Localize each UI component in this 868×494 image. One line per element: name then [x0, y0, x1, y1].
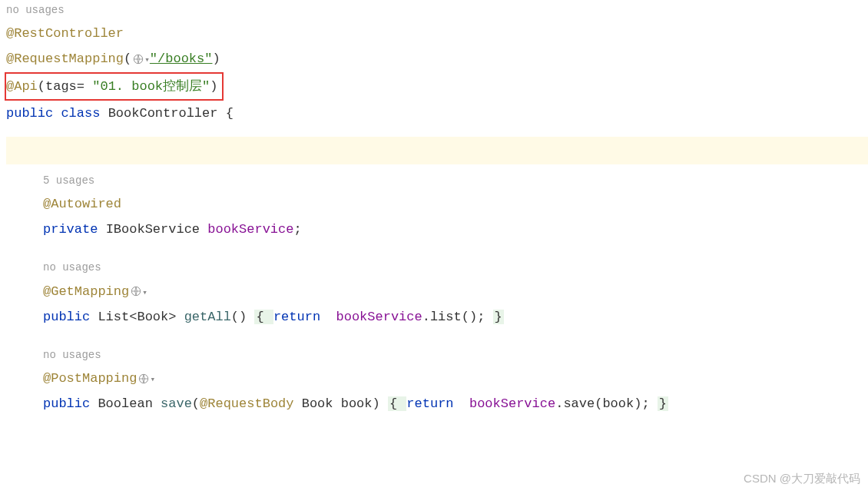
code-line-autowired: @Autowired	[6, 191, 868, 217]
code-line-api-highlighted: @Api(tags= "01. book控制层")	[6, 72, 868, 101]
code-line-save: public Boolean save(@RequestBody Book bo…	[6, 391, 868, 416]
code-line-class-decl: public class BookController {	[6, 101, 868, 126]
code-line-restcontroller: @RestController	[6, 21, 868, 46]
globe-icon[interactable]	[133, 54, 144, 65]
globe-icon[interactable]	[131, 286, 141, 297]
chevron-down-icon[interactable]: ▾	[144, 55, 150, 65]
usage-hint: no usages	[6, 345, 868, 366]
watermark-text: CSDN @大刀爱敲代码	[744, 467, 860, 489]
highlighted-line-band	[6, 137, 868, 164]
code-line-requestmapping: @RequestMapping(▾"/books")	[6, 46, 868, 71]
breakpoint-gutter[interactable]	[0, 0, 3, 494]
code-editor[interactable]: no usages @RestController @RequestMappin…	[0, 0, 868, 417]
code-line-field: private IBookService bookService;	[6, 217, 868, 242]
fold-open-brace[interactable]: {	[388, 396, 406, 411]
code-line-postmapping: @PostMapping▾	[6, 366, 868, 391]
chevron-down-icon[interactable]: ▾	[142, 288, 147, 297]
code-line-getall: public List<Book> getAll() { return book…	[6, 304, 868, 330]
usage-hint: 5 usages	[6, 171, 868, 191]
fold-open-brace[interactable]: {	[254, 310, 273, 324]
fold-close-brace[interactable]: }	[493, 310, 504, 324]
chevron-down-icon[interactable]: ▾	[150, 375, 155, 384]
code-line-getmapping: @GetMapping▾	[6, 279, 868, 304]
usage-hint: no usages	[6, 257, 868, 278]
red-highlight-box: @Api(tags= "01. book控制层")	[5, 72, 224, 101]
usage-hint: no usages	[6, 0, 868, 21]
globe-icon[interactable]	[138, 373, 149, 384]
fold-close-brace[interactable]: }	[658, 396, 668, 411]
